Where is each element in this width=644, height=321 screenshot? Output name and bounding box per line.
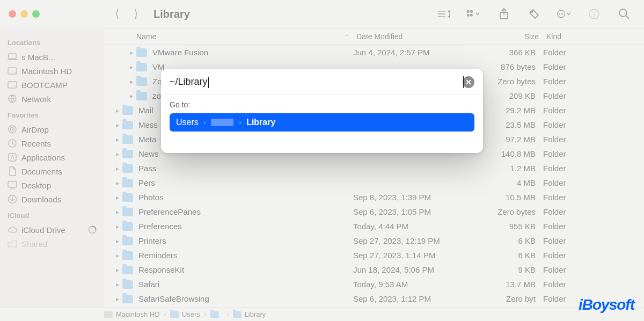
sidebar-item[interactable]: BOOTCAMP (4, 78, 100, 92)
svg-rect-23 (8, 82, 17, 88)
disclosure-triangle-icon[interactable]: ▸ (113, 208, 122, 216)
clock-icon (8, 138, 17, 148)
file-kind: Folder (543, 222, 644, 231)
column-name[interactable]: Name ⌃ (136, 32, 356, 41)
column-kind[interactable]: Kind (546, 32, 644, 41)
sidebar-item[interactable]: iCloud Drive (4, 223, 100, 237)
zoom-window-button[interactable] (32, 10, 40, 18)
file-row[interactable]: ▸PhotosSep 8, 2023, 1:39 PM10.5 MBFolder (104, 190, 644, 205)
disclosure-triangle-icon[interactable]: ▸ (113, 252, 122, 259)
column-date[interactable]: Date Modified (356, 32, 481, 41)
folder-icon (122, 106, 133, 115)
tag-icon[interactable] (527, 7, 541, 21)
disclosure-triangle-icon[interactable]: ▸ (113, 266, 122, 274)
sidebar-item[interactable]: Network (4, 92, 100, 106)
window-title: Library (153, 8, 190, 20)
file-row[interactable]: ▸VMware FusionJun 4, 2024, 2:57 PM366 KB… (104, 45, 644, 60)
path-segment-label: Users (182, 310, 200, 318)
disclosure-triangle-icon[interactable]: ▸ (113, 295, 122, 303)
file-row[interactable]: ▸ResponseKitJun 18, 2024, 5:06 PM9 KBFol… (104, 262, 644, 277)
folder-icon (136, 77, 147, 86)
close-window-button[interactable] (9, 10, 16, 18)
view-grid-icon[interactable] (467, 7, 481, 21)
folder-icon (122, 222, 133, 231)
view-list-icon[interactable] (437, 7, 451, 21)
clear-input-button[interactable] (463, 76, 474, 88)
file-size: 13.7 MB (478, 280, 543, 289)
sidebar-item-label: AirDrop (21, 125, 49, 134)
folder-icon (122, 266, 133, 274)
sidebar-item[interactable]: Desktop (4, 178, 100, 192)
column-size[interactable]: Size (481, 32, 546, 41)
disclosure-triangle-icon[interactable]: ▸ (113, 179, 122, 187)
file-row[interactable]: ▸Pers4 MBFolder (104, 176, 644, 190)
disclosure-triangle-icon[interactable]: ▸ (113, 223, 122, 230)
file-kind: Folder (543, 164, 644, 173)
search-icon[interactable] (617, 7, 631, 21)
file-name: ResponseKit (138, 265, 353, 274)
disclosure-triangle-icon[interactable]: ▸ (113, 150, 122, 158)
folder-icon (136, 63, 147, 71)
svg-rect-20 (8, 59, 17, 60)
sidebar-item[interactable]: Recents (4, 136, 100, 150)
desktop-icon (8, 180, 17, 190)
sidebar-item[interactable]: Shared (4, 237, 100, 251)
file-name: Pass (138, 164, 353, 173)
forward-button[interactable]: ⟩ (130, 7, 142, 21)
go-to-path-input[interactable]: ~/Library (170, 76, 463, 87)
path-segment[interactable]: Library (233, 310, 266, 318)
file-row[interactable]: ▸PrintersSep 27, 2023, 12:19 PM6 KBFolde… (104, 234, 644, 248)
minimize-window-button[interactable] (20, 10, 28, 18)
sidebar-item[interactable]: AirDrop (4, 122, 100, 136)
sidebar-item[interactable]: s MacB… (4, 50, 100, 64)
sidebar-item[interactable]: Macintosh HD (4, 64, 100, 78)
sidebar-item[interactable]: Documents (4, 164, 100, 178)
sidebar-item-label: BOOTCAMP (21, 81, 68, 90)
file-row[interactable]: ▸RemindersSep 27, 2023, 1:14 PM6 KBFolde… (104, 248, 644, 262)
file-row[interactable]: ▸PreferencePanesSep 6, 2023, 1:05 PMZero… (104, 205, 644, 219)
disclosure-triangle-icon[interactable]: ▸ (113, 237, 122, 245)
svg-rect-21 (8, 68, 17, 74)
disclosure-triangle-icon[interactable]: ▸ (113, 194, 122, 201)
watermark: iBoysoft (579, 296, 634, 313)
disclosure-triangle-icon[interactable]: ▸ (113, 136, 122, 143)
file-kind: Folder (543, 135, 644, 144)
file-row[interactable]: ▸SafariToday, 9:53 AM13.7 MBFolder (104, 277, 644, 291)
disclosure-triangle-icon[interactable]: ▸ (113, 281, 122, 288)
file-row[interactable]: ▸PreferencesToday, 4:44 PM955 KBFolder (104, 219, 644, 234)
sidebar: Locationss MacB…Macintosh HDBOOTCAMPNetw… (0, 28, 104, 307)
file-kind: Folder (543, 91, 644, 100)
path-segment[interactable]: Macintosh HD (104, 310, 160, 318)
info-icon[interactable] (587, 7, 601, 21)
disclosure-triangle-icon[interactable]: ▸ (127, 92, 136, 100)
disk-icon (8, 66, 17, 76)
file-row[interactable]: ▸Pass1.2 MBFolder (104, 161, 644, 176)
more-actions-icon[interactable] (557, 7, 571, 21)
sidebar-item[interactable]: AApplications (4, 150, 100, 164)
folder-icon (136, 92, 147, 100)
svg-rect-32 (8, 181, 17, 187)
disclosure-triangle-icon[interactable]: ▸ (113, 121, 122, 129)
folder-icon (122, 193, 133, 202)
file-kind: Folder (543, 62, 644, 71)
disclosure-triangle-icon[interactable]: ▸ (127, 49, 136, 56)
file-kind: Folder (543, 48, 644, 57)
path-segment[interactable] (210, 311, 222, 318)
file-size: Zero byt (478, 294, 543, 303)
svg-point-16 (594, 11, 595, 12)
go-to-result-row[interactable]: Users››Library (170, 113, 474, 132)
file-date: Sep 6, 2023, 1:12 PM (353, 294, 478, 303)
disclosure-triangle-icon[interactable]: ▸ (127, 78, 136, 85)
disclosure-triangle-icon[interactable]: ▸ (113, 107, 122, 114)
folder-icon (122, 295, 133, 303)
file-kind: Folder (543, 280, 644, 289)
share-icon[interactable] (497, 7, 511, 21)
file-row[interactable]: ▸SafariSafeBrowsingSep 6, 2023, 1:12 PMZ… (104, 291, 644, 306)
path-segment[interactable]: Users (170, 310, 200, 318)
sidebar-item-label: Recents (21, 139, 51, 148)
back-button[interactable]: ⟨ (112, 7, 123, 21)
sidebar-item[interactable]: Downloads (4, 192, 100, 206)
file-date: Sep 6, 2023, 1:05 PM (353, 207, 478, 216)
disclosure-triangle-icon[interactable]: ▸ (113, 165, 122, 172)
disclosure-triangle-icon[interactable]: ▸ (127, 63, 136, 71)
